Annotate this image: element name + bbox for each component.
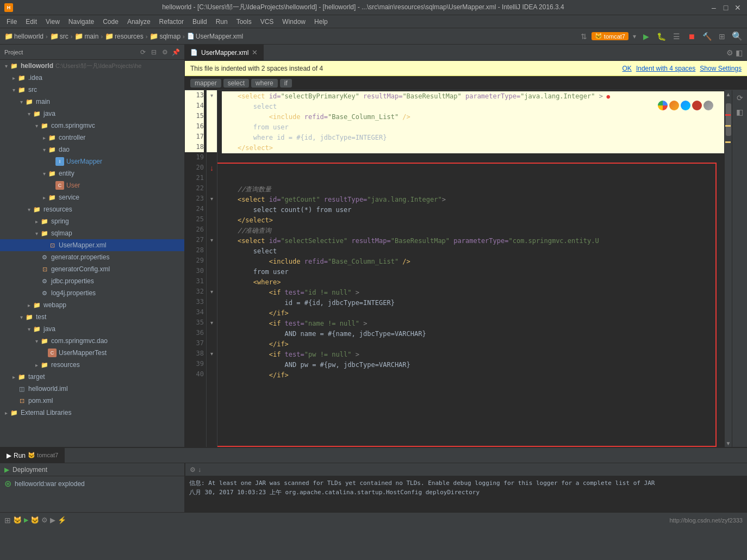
tab-close-button[interactable]: ✕	[252, 48, 258, 57]
tomcat-badge[interactable]: 🐱 tomcat7	[592, 32, 628, 40]
chrome-icon[interactable]	[658, 101, 668, 110]
menu-navigate[interactable]: Navigate	[64, 17, 98, 27]
tree-item-usermappertest[interactable]: C UserMapperTest	[0, 347, 184, 359]
menu-help[interactable]: Help	[310, 17, 332, 27]
tree-item-generator-props[interactable]: ⚙ generator.properties	[0, 251, 184, 263]
menu-refactor[interactable]: Refactor	[155, 17, 188, 27]
nav-bar: 📁 helloworld › 📁 src › 📁 main › 📁 resour…	[0, 28, 747, 45]
breadcrumb-if[interactable]: if	[280, 79, 292, 88]
build-button[interactable]: 🔨	[701, 31, 712, 42]
panel-pin-icon[interactable]: ◧	[736, 48, 743, 57]
tree-item-service[interactable]: 📁 service	[0, 191, 184, 203]
dropdown-arrow-icon[interactable]: ▾	[633, 33, 636, 40]
tree-item-usermapper[interactable]: I UserMapper	[0, 155, 184, 167]
safari-icon[interactable]	[681, 101, 690, 110]
tree-item-resources[interactable]: 📁 resources	[0, 203, 184, 215]
tree-item-comspringmvc-dao[interactable]: 📁 com.springmvc.dao	[0, 335, 184, 347]
firefox-icon[interactable]	[669, 101, 679, 110]
menu-code[interactable]: Code	[98, 17, 123, 27]
close-button[interactable]: ✕	[733, 3, 743, 13]
tree-item-main[interactable]: 📁 main	[0, 96, 184, 108]
collapse-icon[interactable]: ⊟	[150, 48, 158, 57]
tree-item-src[interactable]: 📁 src	[0, 84, 184, 96]
tree-item-comspringmvc[interactable]: 📁 com.springmvc	[0, 120, 184, 132]
sync-right-icon[interactable]: ⟳	[734, 92, 745, 103]
expand-right-icon[interactable]: ◧	[734, 107, 745, 117]
nav-helloworld[interactable]: 📁 helloworld	[4, 32, 43, 40]
indent-link[interactable]: Indent with 4 spaces	[636, 65, 695, 72]
grid-button[interactable]: ⊞	[717, 31, 727, 42]
tree-item-entity[interactable]: 📁 entity	[0, 167, 184, 179]
tree-item-external-libs[interactable]: 📁 External Libraries	[0, 407, 184, 419]
output-settings-icon[interactable]: ⚙	[190, 466, 196, 474]
fold-arrow-32[interactable]: ▾	[210, 289, 213, 295]
fold-arrow-35[interactable]: ▾	[210, 320, 213, 326]
minimize-button[interactable]: –	[709, 3, 719, 13]
code-content[interactable]: <select id="selectByPrimaryKey" resultMa…	[217, 90, 724, 447]
menu-view[interactable]: View	[41, 17, 64, 27]
editor-tab-usermapper[interactable]: 📄 UserMapper.xml ✕	[185, 45, 264, 60]
breadcrumb-where[interactable]: where	[251, 79, 278, 88]
nav-src[interactable]: 📁 src	[50, 32, 69, 40]
fold-arrow-38[interactable]: ▾	[210, 351, 213, 357]
nav-sqlmap[interactable]: 📁 sqlmap	[150, 32, 180, 40]
sort-icon[interactable]: ⇅	[581, 32, 587, 41]
settings-icon[interactable]: ⚙	[160, 48, 169, 57]
tree-item-log4j-props[interactable]: ⚙ log4j.properties	[0, 287, 184, 299]
menu-build[interactable]: Build	[188, 17, 211, 27]
stop-button[interactable]: ⏹	[686, 31, 697, 42]
fold-arrow-27[interactable]: ▾	[210, 237, 213, 243]
menu-edit[interactable]: Edit	[21, 17, 41, 27]
ok-link[interactable]: OK	[622, 65, 632, 72]
menu-window[interactable]: Window	[278, 17, 310, 27]
breadcrumb-mapper[interactable]: mapper	[190, 79, 221, 88]
run-button[interactable]: ▶	[640, 31, 651, 42]
tree-item-dao[interactable]: 📁 dao	[0, 144, 184, 155]
show-settings-link[interactable]: Show Settings	[700, 65, 742, 72]
menu-run[interactable]: Run	[211, 17, 232, 27]
tree-item-target[interactable]: 📁 target	[0, 371, 184, 383]
scroll-down-button[interactable]: ▼	[725, 439, 732, 447]
nav-resources[interactable]: 📁 resources	[105, 32, 144, 40]
ie-icon[interactable]	[692, 101, 702, 110]
pin-icon[interactable]: 📌	[171, 48, 180, 57]
maximize-button[interactable]: □	[721, 3, 731, 13]
tree-item-helloworld-iml[interactable]: ◫ helloworld.iml	[0, 383, 184, 395]
project-tree[interactable]: 📁 helloworld C:\Users\邹一凡\IdeaProjects\h…	[0, 60, 184, 447]
tree-item-usermapper-xml[interactable]: ⊡ UserMapper.xml	[0, 239, 184, 251]
menu-tools[interactable]: Tools	[232, 17, 256, 27]
nav-main[interactable]: 📁 main	[74, 32, 98, 40]
tree-item-test-resources[interactable]: 📁 resources	[0, 359, 184, 371]
tree-item-test[interactable]: 📁 test	[0, 311, 184, 323]
debug-button[interactable]: 🐛	[656, 31, 667, 42]
menu-analyze[interactable]: Analyze	[123, 17, 155, 27]
tree-item-sqlmap[interactable]: 📁 sqlmap	[0, 227, 184, 239]
search-everywhere-icon[interactable]: 🔍	[732, 31, 743, 41]
tree-item-user[interactable]: C User	[0, 179, 184, 191]
breadcrumb-select[interactable]: select	[223, 79, 249, 88]
vertical-scrollbar[interactable]: ▲ ▼	[724, 90, 732, 447]
fold-arrow-13[interactable]: ▾	[210, 92, 213, 98]
nav-usermapper-xml[interactable]: 📄 UserMapper.xml	[187, 33, 243, 40]
menu-file[interactable]: File	[2, 17, 21, 27]
output-scroll-icon[interactable]: ↓	[198, 466, 201, 474]
run-tab[interactable]: ▶ Run 🐱 tomcat7	[0, 448, 65, 463]
coverage-button[interactable]: ☰	[671, 31, 682, 42]
tree-item-spring[interactable]: 📁 spring	[0, 215, 184, 227]
sync-icon[interactable]: ⟳	[139, 48, 147, 57]
scroll-up-button[interactable]: ▲	[725, 90, 732, 98]
tree-item-idea[interactable]: 📁 .idea	[0, 72, 184, 84]
tree-item-java[interactable]: 📁 java	[0, 108, 184, 120]
menu-vcs[interactable]: VCS	[256, 17, 278, 27]
settings-gear-icon[interactable]: ⚙	[726, 48, 733, 57]
tree-item-jdbc-props[interactable]: ⚙ jdbc.properties	[0, 275, 184, 287]
tree-item-test-java[interactable]: 📁 java	[0, 323, 184, 335]
tree-item-helloworld[interactable]: 📁 helloworld C:\Users\邹一凡\IdeaProjects\h…	[0, 60, 184, 72]
tree-item-generatorconfig[interactable]: ⊡ generatorConfig.xml	[0, 263, 184, 275]
tree-item-controller[interactable]: 📁 controller	[0, 132, 184, 144]
edge-icon[interactable]	[704, 101, 713, 110]
scroll-thumb[interactable]	[726, 103, 731, 136]
tree-item-pom-xml[interactable]: ⊡ pom.xml	[0, 395, 184, 407]
fold-arrow-23[interactable]: ▾	[210, 196, 213, 202]
tree-item-webapp[interactable]: 📁 webapp	[0, 299, 184, 311]
